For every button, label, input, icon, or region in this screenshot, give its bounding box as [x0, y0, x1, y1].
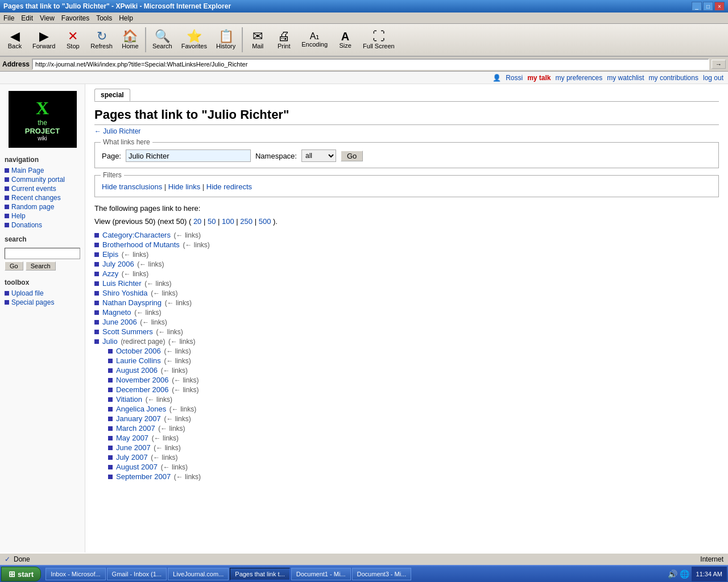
refresh-button[interactable]: ↻ Refresh: [86, 28, 117, 52]
brotherhood-link[interactable]: Brotherhood of Mutants: [102, 240, 180, 249]
help-link[interactable]: Help: [11, 212, 26, 220]
my-talk-link[interactable]: my talk: [527, 74, 551, 82]
sidebar-item-recent-changes[interactable]: Recent changes: [0, 193, 85, 202]
size-button[interactable]: A Size: [333, 28, 358, 51]
bullet-icon: [108, 436, 113, 440]
july-2007-link[interactable]: July 2007: [116, 453, 148, 462]
menu-edit[interactable]: Edit: [21, 14, 33, 22]
sidebar-item-special[interactable]: Special pages: [0, 298, 85, 307]
upload-file-link[interactable]: Upload file: [11, 289, 44, 297]
shiro-yoshida-link[interactable]: Shiro Yoshida: [102, 289, 148, 297]
sidebar-item-community[interactable]: Community portal: [0, 175, 85, 184]
hide-redirects-link[interactable]: Hide redirects: [206, 182, 252, 191]
minimize-button[interactable]: _: [692, 2, 702, 11]
menu-file[interactable]: File: [3, 14, 14, 22]
search-input[interactable]: [5, 248, 80, 259]
maximize-button[interactable]: □: [703, 2, 713, 11]
elpis-link[interactable]: Elpis: [102, 250, 118, 259]
sidebar-item-help[interactable]: Help: [0, 211, 85, 221]
count-500-link[interactable]: 500: [259, 217, 271, 226]
list-item: June 2006 (← links): [94, 317, 719, 327]
main-page-link[interactable]: Main Page: [11, 167, 44, 174]
december-2006-link[interactable]: December 2006: [116, 385, 169, 394]
hide-transclusions-link[interactable]: Hide transclusions: [102, 182, 162, 191]
address-go-button[interactable]: →: [712, 60, 726, 69]
october-2006-link[interactable]: October 2006: [116, 347, 161, 355]
laurie-collins-link[interactable]: Laurie Collins: [116, 356, 161, 365]
hide-links-link[interactable]: Hide links: [168, 182, 200, 191]
julio-link[interactable]: Julio: [102, 337, 118, 346]
sidebar-item-current-events[interactable]: Current events: [0, 184, 85, 193]
encoding-button[interactable]: A₁ Encoding: [297, 30, 332, 50]
luis-richter-link[interactable]: Luis Richter: [102, 279, 142, 288]
count-100-link[interactable]: 100: [222, 217, 234, 226]
sub-list-item: August 2006 (← links): [108, 365, 719, 375]
home-button[interactable]: 🏠 Home: [118, 28, 143, 52]
menu-view[interactable]: View: [40, 14, 55, 22]
page-input[interactable]: [126, 149, 251, 162]
history-button[interactable]: 📋 History: [212, 28, 239, 52]
scott-summers-link[interactable]: Scott Summers: [102, 327, 153, 336]
username-link[interactable]: Rossi: [506, 74, 523, 82]
count-20-link[interactable]: 20: [193, 217, 201, 226]
november-2006-link[interactable]: November 2006: [116, 376, 169, 384]
menu-favorites[interactable]: Favorites: [61, 14, 89, 22]
nathan-dayspring-link[interactable]: Nathan Dayspring: [102, 298, 162, 307]
search-button[interactable]: 🔍 Search: [148, 28, 176, 52]
my-preferences-link[interactable]: my preferences: [556, 74, 603, 82]
magneto-link[interactable]: Magneto: [102, 308, 131, 317]
print-button[interactable]: 🖨 Print: [271, 28, 296, 52]
may-2007-link[interactable]: May 2007: [116, 434, 148, 442]
angelica-jones-link[interactable]: Angelica Jones: [116, 405, 166, 413]
march-2007-link[interactable]: March 2007: [116, 424, 155, 433]
my-watchlist-link[interactable]: my watchlist: [607, 74, 644, 82]
june-2006-link[interactable]: June 2006: [102, 318, 137, 326]
donations-link[interactable]: Donations: [11, 221, 42, 229]
mail-button[interactable]: ✉ Mail: [245, 28, 270, 52]
list-item: Brotherhood of Mutants (← links): [94, 240, 719, 250]
fullscreen-button[interactable]: ⛶ Full Screen: [359, 28, 399, 52]
toolbox-heading: toolbox: [0, 277, 85, 288]
vitiation-link[interactable]: Vitiation: [116, 395, 142, 404]
close-button[interactable]: ×: [714, 2, 725, 11]
count-50-link[interactable]: 50: [208, 217, 216, 226]
menu-tools[interactable]: Tools: [96, 14, 112, 22]
bullet-icon: [94, 233, 99, 238]
back-link[interactable]: ← Julio Richter: [94, 127, 719, 135]
random-page-link[interactable]: Random page: [11, 203, 54, 211]
sub-list-item: September 2007 (← links): [108, 472, 719, 481]
sidebar-item-random-page[interactable]: Random page: [0, 202, 85, 211]
august-2007-link[interactable]: August 2007: [116, 463, 158, 471]
what-links-go-button[interactable]: Go: [341, 151, 363, 161]
forward-button[interactable]: ▶ Forward: [28, 28, 59, 52]
july-2006-link[interactable]: July 2006: [102, 260, 134, 268]
sidebar-item-donations[interactable]: Donations: [0, 221, 85, 230]
address-input[interactable]: [32, 59, 709, 70]
sidebar-item-upload[interactable]: Upload file: [0, 289, 85, 298]
tab-special[interactable]: special: [94, 89, 130, 101]
count-250-link[interactable]: 250: [240, 217, 253, 226]
special-pages-link[interactable]: Special pages: [11, 298, 54, 306]
june-2007-link[interactable]: June 2007: [116, 443, 151, 452]
log-out-link[interactable]: log out: [703, 74, 723, 82]
january-2007-link[interactable]: January 2007: [116, 414, 161, 423]
namespace-select[interactable]: all (Main) Talk User: [301, 149, 336, 162]
window-controls[interactable]: _ □ ×: [692, 2, 725, 11]
stop-button[interactable]: ✕ Stop: [60, 28, 85, 52]
search-button-sidebar[interactable]: Search: [26, 261, 56, 271]
azzy-link[interactable]: Azzy: [102, 269, 118, 278]
favorites-button[interactable]: ⭐ Favorites: [177, 28, 211, 52]
community-portal-link[interactable]: Community portal: [11, 176, 65, 184]
september-2007-link[interactable]: September 2007: [116, 472, 171, 481]
menu-help[interactable]: Help: [119, 14, 133, 22]
august-2006-link[interactable]: August 2006: [116, 366, 158, 375]
sidebar-item-main-page[interactable]: Main Page: [0, 166, 85, 175]
go-button[interactable]: Go: [5, 261, 23, 271]
bullet-icon: [94, 272, 99, 276]
recent-changes-link[interactable]: Recent changes: [11, 194, 61, 202]
back-button[interactable]: ◀ Back: [2, 28, 27, 52]
my-contributions-link[interactable]: my contributions: [649, 74, 698, 82]
category-characters-link[interactable]: Category:Characters: [102, 231, 171, 239]
mail-icon: ✉: [253, 30, 263, 43]
current-events-link[interactable]: Current events: [11, 185, 56, 193]
